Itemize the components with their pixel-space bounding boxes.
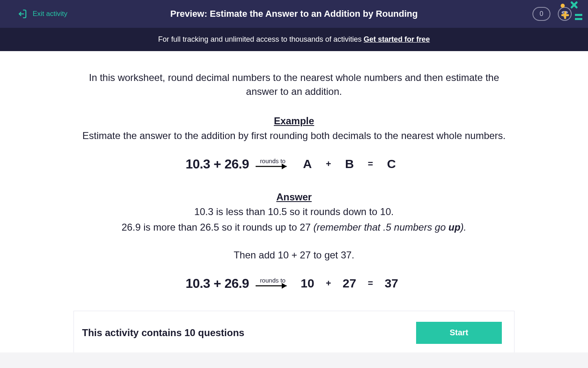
answer-line-2: 26.9 is more than 26.5 so it rounds up t…: [74, 221, 514, 234]
start-button[interactable]: Start: [416, 322, 502, 344]
answer-note-pre: (remember that .5 numbers go: [313, 222, 448, 233]
answer-line-3: Then add 10 + 27 to get 37.: [74, 249, 514, 262]
slot-a: A: [296, 157, 318, 171]
slot-c: 37: [381, 276, 403, 290]
op-plus: +: [326, 159, 331, 169]
answer-heading: Answer: [74, 191, 514, 203]
rounds-to-arrow: rounds to: [255, 277, 291, 290]
op-plus: +: [326, 278, 331, 289]
math-symbols-decor-icon: [555, 0, 588, 28]
example-prompt: Estimate the answer to the addition by f…: [74, 129, 514, 142]
get-started-link[interactable]: Get started for free: [364, 35, 430, 43]
worksheet-content: In this worksheet, round decimal numbers…: [65, 51, 523, 355]
rounds-to-arrow: rounds to: [255, 157, 291, 171]
op-eq: =: [368, 159, 373, 169]
example-heading: Example: [74, 115, 514, 127]
arrow-right-icon: [255, 281, 291, 290]
svg-point-0: [561, 4, 565, 8]
answer-equation: 10.3 + 26.9 rounds to 10 + 27 = 37: [74, 276, 514, 291]
worksheet-intro: In this worksheet, round decimal numbers…: [74, 71, 514, 98]
equation-lhs: 10.3 + 26.9: [185, 157, 249, 172]
answer-line-2-pre: 26.9 is more than 26.5 so it rounds up t…: [122, 222, 314, 233]
score-badge: 0: [532, 7, 550, 21]
slot-a: 10: [296, 276, 318, 290]
slot-b: 27: [339, 276, 361, 290]
page-title: Preview: Estimate the Answer to an Addit…: [170, 9, 418, 19]
activity-footer: This activity contains 10 questions Star…: [74, 311, 514, 355]
example-equation: 10.3 + 26.9 rounds to A + B = C: [74, 157, 514, 172]
slot-b: B: [339, 157, 361, 171]
answer-note-up: up: [448, 222, 460, 233]
app-header: Exit activity Preview: Estimate the Answ…: [0, 0, 588, 28]
svg-rect-2: [575, 18, 582, 20]
op-eq: =: [368, 278, 373, 289]
exit-activity-label: Exit activity: [33, 10, 67, 18]
answer-line-1: 10.3 is less than 10.5 so it rounds down…: [74, 205, 514, 218]
arrow-right-icon: [255, 162, 291, 171]
slot-c: C: [381, 157, 403, 171]
question-count-text: This activity contains 10 questions: [82, 327, 244, 339]
promo-banner-text: For full tracking and unlimited access t…: [158, 35, 363, 43]
bottom-strip: [0, 352, 588, 368]
svg-rect-1: [575, 14, 582, 16]
equation-lhs: 10.3 + 26.9: [185, 276, 249, 291]
answer-note-post: ).: [461, 222, 467, 233]
promo-banner: For full tracking and unlimited access t…: [0, 28, 588, 51]
exit-icon: [16, 8, 28, 20]
exit-activity-button[interactable]: Exit activity: [16, 8, 67, 20]
